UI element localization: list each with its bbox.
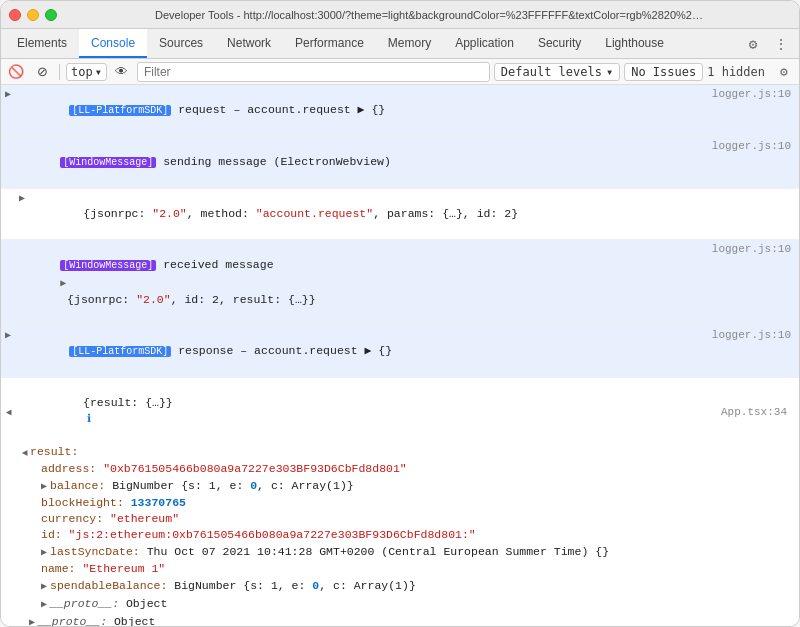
devtools-tab-bar: Elements Console Sources Network Perform…: [1, 29, 799, 59]
expand-icon[interactable]: ▼: [3, 409, 14, 415]
console-output: ▶ [LL-PlatformSDK] request – account.req…: [1, 85, 799, 627]
expand-icon[interactable]: ▶: [41, 579, 47, 595]
log-file-link[interactable]: App.tsx:34: [717, 404, 795, 418]
log-row: ▶ {jsonrpc: "2.0", method: "account.requ…: [1, 189, 799, 240]
traffic-lights: [9, 9, 57, 21]
object-line: address: "0xb761505466b080a9a7227e303BF9…: [17, 461, 795, 477]
log-file-link[interactable]: logger.js:10: [708, 327, 799, 341]
expand-icon[interactable]: ▶: [60, 276, 66, 292]
expand-icon[interactable]: ▶: [19, 192, 25, 204]
object-line: currency: "ethereum": [17, 511, 795, 527]
tab-network[interactable]: Network: [215, 29, 283, 58]
clear-console-button[interactable]: 🚫: [5, 61, 27, 83]
tab-lighthouse[interactable]: Lighthouse: [593, 29, 676, 58]
log-file-link[interactable]: logger.js:10: [708, 138, 799, 152]
levels-chevron-icon: ▾: [606, 65, 613, 79]
no-issues-badge[interactable]: No Issues: [624, 63, 703, 81]
console-toolbar: 🚫 ⊘ top ▾ 👁 Default levels ▾ No Issues 1…: [1, 59, 799, 85]
tab-security[interactable]: Security: [526, 29, 593, 58]
tab-elements[interactable]: Elements: [5, 29, 79, 58]
object-line: ▶ __proto__: Object: [17, 595, 795, 613]
log-row: ▶ [LL-PlatformSDK] request – account.req…: [1, 85, 799, 137]
levels-dropdown[interactable]: Default levels ▾: [494, 63, 620, 81]
expand-icon[interactable]: ▶: [41, 479, 47, 495]
window-title: Developer Tools - http://localhost:3000/…: [67, 9, 791, 21]
more-icon[interactable]: ⋮: [769, 32, 793, 56]
eye-icon-button[interactable]: 👁: [111, 61, 133, 83]
tab-memory[interactable]: Memory: [376, 29, 443, 58]
object-line: blockHeight: 13370765: [17, 495, 795, 511]
expand-icon[interactable]: ▶: [29, 615, 35, 627]
title-bar: Developer Tools - http://localhost:3000/…: [1, 1, 799, 29]
log-file-link[interactable]: logger.js:10: [708, 241, 799, 255]
object-line: ▶ lastSyncDate: Thu Oct 07 2021 10:41:28…: [17, 543, 795, 561]
info-icon: ℹ: [87, 413, 91, 425]
filter-toggle-button[interactable]: ⊘: [31, 61, 53, 83]
object-line: id: "js:2:ethereum:0xb761505466b080a9a72…: [17, 527, 795, 543]
chevron-down-icon: ▾: [95, 65, 102, 79]
levels-label: Default levels: [501, 65, 602, 79]
object-line: ▶ spendableBalance: BigNumber {s: 1, e: …: [17, 577, 795, 595]
expand-icon[interactable]: ▶: [5, 88, 11, 100]
object-line: ▶ balance: BigNumber {s: 1, e: 0, c: Arr…: [17, 477, 795, 495]
tag-ll-platformsdk: [LL-PlatformSDK]: [69, 105, 171, 116]
toolbar-separator: [59, 64, 60, 80]
tag-ll-platformsdk: [LL-PlatformSDK]: [69, 346, 171, 357]
hidden-count: 1 hidden: [707, 65, 769, 79]
tab-performance[interactable]: Performance: [283, 29, 376, 58]
no-issues-label: No Issues: [631, 65, 696, 79]
log-file-link[interactable]: logger.js:10: [708, 86, 799, 100]
context-label: top: [71, 65, 93, 79]
tab-sources[interactable]: Sources: [147, 29, 215, 58]
log-file-link[interactable]: [787, 190, 799, 192]
log-row: ▶ [LL-PlatformSDK] response – account.re…: [1, 326, 799, 378]
minimize-button[interactable]: [27, 9, 39, 21]
tag-windowmessage: [WindowMessage]: [60, 157, 156, 168]
object-expansion: ▼ result: address: "0xb761505466b080a9a7…: [5, 443, 795, 627]
console-settings-icon[interactable]: ⚙: [773, 61, 795, 83]
expand-icon[interactable]: ▶: [41, 545, 47, 561]
settings-icon[interactable]: ⚙: [741, 32, 765, 56]
filter-input[interactable]: [137, 62, 490, 82]
expanded-object-row: ▼ {result: {…}} ℹ App.tsx:34 ▼ result: a…: [1, 378, 799, 627]
object-line: ▼ result:: [17, 443, 795, 461]
tab-console[interactable]: Console: [79, 29, 147, 58]
tab-bar-icons: ⚙ ⋮: [741, 29, 799, 58]
expand-icon[interactable]: ▶: [5, 329, 11, 341]
object-line: ▶ __proto__: Object: [17, 613, 795, 627]
tag-windowmessage: [WindowMessage]: [60, 260, 156, 271]
close-button[interactable]: [9, 9, 21, 21]
maximize-button[interactable]: [45, 9, 57, 21]
object-line: name: "Ethereum 1": [17, 561, 795, 577]
log-row: [WindowMessage] received message ▶ {json…: [1, 240, 799, 326]
context-selector[interactable]: top ▾: [66, 63, 107, 81]
expand-icon[interactable]: ▼: [16, 450, 32, 456]
tab-application[interactable]: Application: [443, 29, 526, 58]
expand-icon[interactable]: ▶: [41, 597, 47, 613]
log-row: [WindowMessage] sending message (Electro…: [1, 137, 799, 189]
